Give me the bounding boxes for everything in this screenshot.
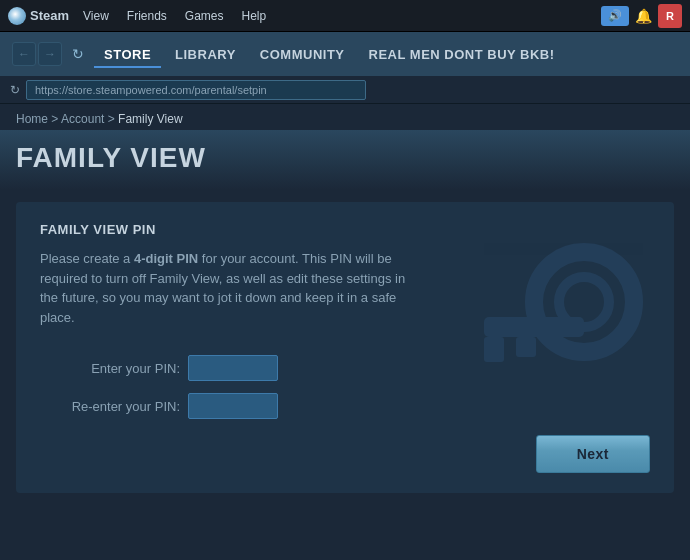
- svg-rect-4: [516, 337, 536, 357]
- speaker-button[interactable]: 🔊: [601, 6, 629, 26]
- card-description: Please create a 4-digit PIN for your acc…: [40, 249, 420, 327]
- addressbar: ↻: [0, 76, 690, 104]
- breadcrumb-account[interactable]: Account: [61, 112, 104, 126]
- page-title: FAMILY VIEW: [16, 142, 674, 174]
- svg-rect-3: [484, 337, 504, 362]
- titlebar-controls: 🔊 🔔 R: [601, 4, 682, 28]
- tab-store[interactable]: STORE: [94, 41, 161, 68]
- pin-input[interactable]: [188, 355, 278, 381]
- titlebar-menu: View Friends Games Help: [75, 7, 274, 25]
- next-button[interactable]: Next: [536, 435, 650, 473]
- titlebar: Steam View Friends Games Help 🔊 🔔 R: [0, 0, 690, 32]
- menu-games[interactable]: Games: [177, 7, 232, 25]
- breadcrumb-sep2: >: [108, 112, 118, 126]
- avatar[interactable]: R: [658, 4, 682, 28]
- pin-reenter-label: Re-enter your PIN:: [40, 399, 180, 414]
- key-watermark-icon: [454, 232, 654, 432]
- navbar: ← → ↻ STORE LIBRARY COMMUNITY REAL MEN D…: [0, 32, 690, 76]
- page-header: FAMILY VIEW: [0, 130, 690, 190]
- refresh-icon[interactable]: ↻: [72, 46, 84, 62]
- forward-button[interactable]: →: [38, 42, 62, 66]
- tab-custom[interactable]: REAL MEN DONT BUY BKB!: [359, 41, 565, 68]
- menu-view[interactable]: View: [75, 7, 117, 25]
- family-view-card: FAMILY VIEW PIN Please create a 4-digit …: [16, 202, 674, 493]
- notification-bell-icon[interactable]: 🔔: [635, 8, 652, 24]
- breadcrumb: Home > Account > Family View: [0, 104, 690, 130]
- tab-library[interactable]: LIBRARY: [165, 41, 246, 68]
- menu-help[interactable]: Help: [234, 7, 275, 25]
- pin-reenter-input[interactable]: [188, 393, 278, 419]
- tab-community[interactable]: COMMUNITY: [250, 41, 355, 68]
- address-refresh-icon[interactable]: ↻: [10, 83, 20, 97]
- main-content: FAMILY VIEW PIN Please create a 4-digit …: [0, 190, 690, 505]
- app-name: Steam: [30, 8, 69, 23]
- svg-rect-2: [484, 317, 584, 337]
- menu-friends[interactable]: Friends: [119, 7, 175, 25]
- nav-arrows: ← →: [12, 42, 62, 66]
- breadcrumb-home[interactable]: Home: [16, 112, 48, 126]
- desc-bold: 4-digit PIN: [134, 251, 198, 266]
- button-row: Next: [40, 435, 650, 473]
- back-button[interactable]: ←: [12, 42, 36, 66]
- app-logo: Steam: [8, 7, 69, 25]
- breadcrumb-sep1: >: [51, 112, 61, 126]
- steam-icon: [8, 7, 26, 25]
- pin-label: Enter your PIN:: [40, 361, 180, 376]
- desc-pre: Please create a: [40, 251, 134, 266]
- breadcrumb-current: Family View: [118, 112, 182, 126]
- address-input[interactable]: [26, 80, 366, 100]
